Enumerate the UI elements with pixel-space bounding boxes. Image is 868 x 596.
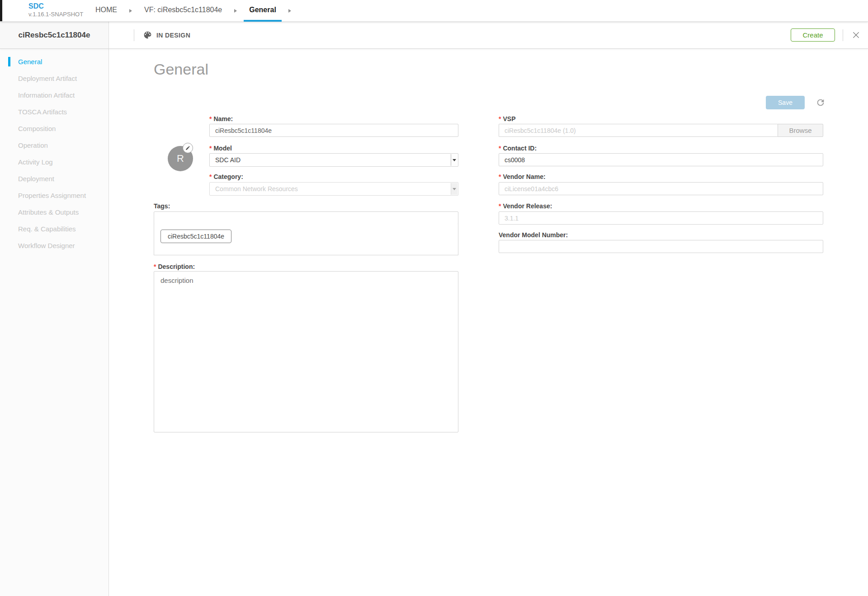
sidebar-item-operation[interactable]: Operation <box>0 137 108 154</box>
breadcrumb: HOME VF: ciResbc5c1c11804e General <box>90 0 298 22</box>
vendor-name-input <box>499 182 823 195</box>
description-textarea[interactable]: description <box>154 271 458 432</box>
pencil-icon <box>185 145 190 150</box>
divider <box>134 29 134 41</box>
required-mark: * <box>209 145 212 152</box>
sidebar-item-properties-assignment[interactable]: Properties Assignment <box>0 187 108 204</box>
save-button[interactable]: Save <box>766 96 805 109</box>
sidebar-item-composition[interactable]: Composition <box>0 120 108 137</box>
tags-input[interactable] <box>154 211 458 225</box>
entity-header: ciResbc5c1c11804e IN DESIGN Create <box>0 22 868 49</box>
sidebar-item-attributes-outputs[interactable]: Attributes & Outputs <box>0 204 108 221</box>
sidebar-item-deployment[interactable]: Deployment <box>0 170 108 187</box>
tags-label: Tags: <box>154 202 170 210</box>
app-name: SDC <box>28 2 83 10</box>
required-mark: * <box>499 115 501 122</box>
divider <box>843 29 843 41</box>
chevron-down-icon <box>451 154 458 166</box>
contact-id-input[interactable] <box>499 153 823 166</box>
model-label: *Model <box>209 145 232 152</box>
model-select[interactable]: SDC AID <box>209 153 458 167</box>
header-actions: Create <box>791 28 868 42</box>
required-mark: * <box>209 115 212 122</box>
required-mark: * <box>499 173 501 180</box>
required-mark: * <box>499 202 501 210</box>
page-title: General <box>154 61 208 78</box>
vendor-model-number-input[interactable] <box>499 240 823 253</box>
app-version: v.1.16.1-SNAPSHOT <box>28 11 83 18</box>
required-mark: * <box>499 145 501 152</box>
vsp-label: *VSP <box>499 115 515 122</box>
close-button[interactable] <box>851 30 861 40</box>
sidebar-item-req-capabilities[interactable]: Req. & Capabilities <box>0 221 108 237</box>
close-icon <box>851 30 861 40</box>
chevron-right-icon <box>288 9 291 13</box>
create-button[interactable]: Create <box>791 28 835 42</box>
name-input[interactable] <box>209 124 458 137</box>
window-edge-strip <box>0 0 2 21</box>
form-toolbar: Save <box>766 96 826 109</box>
description-label: *Description: <box>154 263 195 270</box>
chevron-right-icon <box>129 9 132 13</box>
page-body: General Deployment Artifact Information … <box>0 49 868 596</box>
chevron-right-icon <box>234 9 237 13</box>
sidebar-item-workflow-designer[interactable]: Workflow Designer <box>0 237 108 254</box>
sidebar-menu: General Deployment Artifact Information … <box>0 49 109 596</box>
sidebar-item-activity-log[interactable]: Activity Log <box>0 154 108 170</box>
chevron-down-icon <box>451 183 458 195</box>
lifecycle-status: IN DESIGN <box>143 30 190 40</box>
category-select-value: Common Network Resources <box>215 185 298 192</box>
edit-avatar-button[interactable] <box>183 143 193 153</box>
top-nav: SDC v.1.16.1-SNAPSHOT HOME VF: ciResbc5c… <box>0 0 868 22</box>
palette-icon <box>143 30 152 40</box>
sidebar-item-deployment-artifact[interactable]: Deployment Artifact <box>0 70 108 87</box>
breadcrumb-vf[interactable]: VF: ciResbc5c1c11804e <box>139 0 227 22</box>
category-label: *Category: <box>209 173 243 180</box>
vendor-name-label: *Vendor Name: <box>499 173 546 180</box>
name-label: *Name: <box>209 115 233 122</box>
model-select-value: SDC AID <box>215 156 241 164</box>
vendor-release-label: *Vendor Release: <box>499 202 552 210</box>
status-text: IN DESIGN <box>156 32 190 39</box>
tags-container: ciResbc5c1c11804e <box>154 224 458 255</box>
vendor-model-number-label: Vendor Model Number: <box>499 231 568 239</box>
vsp-input <box>499 124 778 137</box>
avatar-initial: R <box>177 153 184 164</box>
category-select: Common Network Resources <box>209 182 458 196</box>
required-mark: * <box>154 263 156 270</box>
sidebar-item-tosca-artifacts[interactable]: TOSCA Artifacts <box>0 103 108 120</box>
breadcrumb-general-active-tab[interactable]: General <box>244 0 282 22</box>
required-mark: * <box>209 173 212 180</box>
tag-chip[interactable]: ciResbc5c1c11804e <box>160 230 231 243</box>
app-logo[interactable]: SDC v.1.16.1-SNAPSHOT <box>28 2 83 18</box>
general-form-panel: General Save R *Name: *Model S <box>109 49 868 596</box>
refresh-icon <box>816 98 826 108</box>
vsp-field: Browse <box>499 124 823 137</box>
entity-name: ciResbc5c1c11804e <box>0 22 109 48</box>
contact-id-label: *Contact ID: <box>499 145 537 152</box>
sidebar-item-information-artifact[interactable]: Information Artifact <box>0 87 108 103</box>
browse-button[interactable]: Browse <box>778 124 823 137</box>
sidebar-item-general[interactable]: General <box>0 53 108 70</box>
vendor-release-input <box>499 211 823 225</box>
revert-button[interactable] <box>816 98 826 108</box>
breadcrumb-home[interactable]: HOME <box>90 0 123 22</box>
